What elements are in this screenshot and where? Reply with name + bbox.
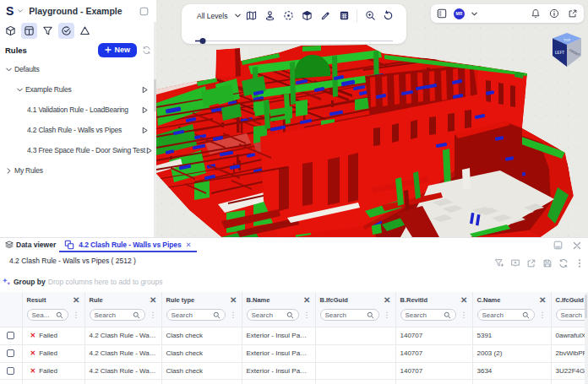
svg-text:TOP: TOP [564,38,570,42]
svg-text:LEFT: LEFT [555,51,564,55]
